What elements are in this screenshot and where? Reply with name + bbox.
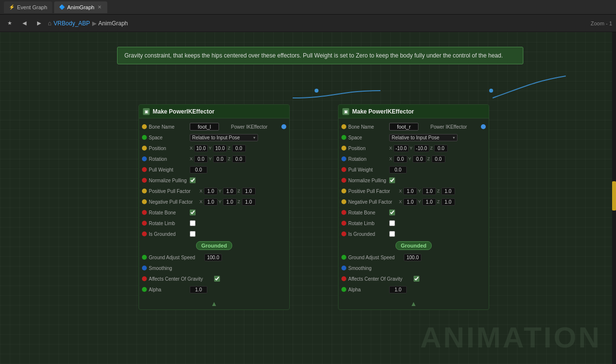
position-label-left: Position	[149, 146, 188, 151]
pos-pull-row-left: Positive Pull Factor X 1.0 Y 1.0 Z 1.0	[139, 186, 289, 196]
alpha-pin-left	[142, 287, 147, 292]
pos-y-label-left: Y	[209, 146, 212, 151]
rotate-limb-checkbox-right[interactable]	[389, 220, 395, 226]
affects-cog-checkbox-left[interactable]	[214, 276, 220, 282]
rotate-bone-pin-left	[142, 210, 147, 215]
tab-event-graph[interactable]: ⚡ Event Graph	[4, 1, 52, 13]
neg-pull-x-right[interactable]: 1.0	[403, 198, 417, 206]
rotate-limb-row-right: Rotate Limb	[338, 218, 489, 229]
rot-z-value-left[interactable]: 0.0	[232, 155, 246, 163]
pos-x-value-right[interactable]: -10.0	[394, 145, 409, 152]
alpha-value-right[interactable]: 1.0	[389, 286, 407, 293]
alpha-value-left[interactable]: 1.0	[190, 286, 207, 293]
pos-z-value-left[interactable]: 0.0	[232, 145, 246, 152]
rot-x-label-left: X	[190, 156, 193, 161]
bone-name-value-left[interactable]: foot_l	[190, 123, 219, 131]
tab-event-graph-label: Event Graph	[17, 4, 47, 10]
watermark: ANIMATION	[420, 321, 601, 354]
ground-speed-pin-left	[142, 255, 147, 260]
normalize-checkbox-left[interactable]	[190, 177, 196, 183]
breadcrumb-root[interactable]: VRBody_ABP	[54, 20, 90, 27]
neg-pull-xyz-right: X 1.0 Y 1.0 Z 1.0	[399, 198, 455, 206]
is-grounded-checkbox-left[interactable]	[190, 231, 196, 237]
rotate-bone-label-left: Rotate Bone	[149, 210, 188, 215]
normalize-checkbox-right[interactable]	[389, 177, 395, 183]
neg-pull-z-right[interactable]: 1.0	[441, 198, 455, 206]
rot-x-value-right[interactable]: 0.0	[394, 155, 407, 163]
neg-pull-y-right[interactable]: 1.0	[422, 198, 436, 206]
space-dropdown-right[interactable]: Relative to Input Pose	[389, 134, 457, 141]
pos-pull-z-right[interactable]: 1.0	[441, 188, 455, 195]
pos-pull-y-right[interactable]: 1.0	[422, 188, 436, 195]
ground-speed-value-right[interactable]: 100.0	[404, 254, 421, 261]
svg-point-0	[315, 89, 318, 93]
normalize-pin-left	[142, 178, 147, 183]
neg-pull-label-left: Negative Pull Factor	[149, 199, 198, 205]
tab-close-icon[interactable]: ✕	[97, 4, 102, 10]
pos-y-value-right[interactable]: -10.0	[414, 145, 429, 152]
affects-cog-label-right: Affects Center Of Gravity	[348, 276, 412, 282]
rotate-bone-checkbox-left[interactable]	[190, 210, 196, 215]
forward-button[interactable]: ▶	[33, 18, 45, 29]
pos-x-value-left[interactable]: 10.0	[194, 145, 208, 152]
space-pin-left	[142, 135, 147, 140]
pos-pull-x-right[interactable]: 1.0	[403, 188, 417, 195]
tab-anim-graph[interactable]: 🔷 AnimGraph ✕	[54, 1, 108, 13]
rotate-limb-label-right: Rotate Limb	[348, 221, 387, 226]
breadcrumb-home-icon: ⌂	[48, 19, 52, 27]
rot-x-value-left[interactable]: 0.0	[194, 155, 208, 163]
bone-name-value-right[interactable]: foot_r	[389, 123, 418, 131]
pull-weight-value-left[interactable]: 0.0	[190, 166, 207, 173]
rotate-bone-label-right: Rotate Bone	[348, 210, 387, 215]
rotate-limb-checkbox-left[interactable]	[190, 220, 196, 226]
rotation-row-left: Rotation X 0.0 Y 0.0 Z 0.0	[139, 153, 289, 164]
rot-z-value-right[interactable]: 0.0	[432, 155, 445, 163]
pos-pull-y-left[interactable]: 1.0	[223, 188, 237, 195]
canvas-area[interactable]: Gravity constraint, that keeps the hips …	[0, 32, 616, 364]
position-xyz-right: X -10.0 Y -10.0 Z 0.0	[389, 145, 448, 152]
rot-y-value-right[interactable]: 0.0	[413, 155, 426, 163]
space-dropdown-left[interactable]: Relative to Input Pose	[190, 134, 258, 141]
alpha-pin-right	[341, 287, 346, 292]
rotate-bone-pin-right	[341, 210, 346, 215]
pull-weight-value-right[interactable]: 0.0	[389, 166, 407, 173]
ground-speed-row-right: Ground Adjust Speed 100.0	[338, 252, 489, 263]
rot-z-label-left: Z	[228, 156, 231, 161]
pos-pull-x-left[interactable]: 1.0	[204, 188, 218, 195]
rotate-bone-row-right: Rotate Bone	[338, 207, 489, 218]
tab-bar: ⚡ Event Graph 🔷 AnimGraph ✕	[0, 0, 616, 15]
neg-pull-pin-right	[341, 199, 346, 204]
scrollbar-thumb[interactable]	[612, 181, 616, 211]
pos-y-value-left[interactable]: 10.0	[213, 145, 227, 152]
neg-pull-z-left[interactable]: 1.0	[242, 198, 256, 206]
tooltip-banner: Gravity constraint, that keeps the hips …	[117, 47, 523, 64]
space-label-right: Space	[348, 135, 387, 140]
anim-graph-icon: 🔷	[59, 4, 65, 10]
grounded-badge-left: Grounded	[196, 241, 233, 250]
neg-pull-y-left[interactable]: 1.0	[223, 198, 237, 206]
connections-svg	[0, 32, 616, 364]
neg-pull-x-left[interactable]: 1.0	[204, 198, 218, 206]
normalize-pin-right	[341, 178, 346, 183]
pos-pull-pin-left	[142, 189, 147, 193]
pos-pull-z-left[interactable]: 1.0	[242, 188, 256, 195]
back-button[interactable]: ◀	[19, 18, 30, 29]
rotate-bone-checkbox-right[interactable]	[389, 210, 395, 215]
node-body-left: Bone Name foot_l Power IKEffector Space …	[139, 118, 289, 298]
is-grounded-label-right: Is Grounded	[348, 231, 387, 237]
node-card-left: ▣ Make PowerIKEffector Bone Name foot_l …	[139, 104, 290, 310]
pull-weight-pin-left	[142, 167, 147, 172]
ground-speed-value-left[interactable]: 100.0	[204, 254, 222, 261]
space-dropdown-wrapper-right: Relative to Input Pose	[389, 134, 457, 141]
star-button[interactable]: ★	[4, 18, 16, 29]
is-grounded-pin-right	[341, 231, 346, 236]
node-body-right: Bone Name foot_r Power IKEffector Space …	[338, 118, 489, 298]
affects-cog-checkbox-right[interactable]	[414, 276, 419, 282]
is-grounded-row-left: Is Grounded	[139, 229, 289, 239]
is-grounded-checkbox-right[interactable]	[389, 231, 395, 237]
affects-cog-pin-left	[142, 276, 147, 281]
position-xyz-left: X 10.0 Y 10.0 Z 0.0	[190, 145, 246, 152]
right-scrollbar[interactable]	[612, 32, 616, 364]
pos-z-value-right[interactable]: 0.0	[434, 145, 448, 152]
rot-y-value-left[interactable]: 0.0	[213, 155, 227, 163]
